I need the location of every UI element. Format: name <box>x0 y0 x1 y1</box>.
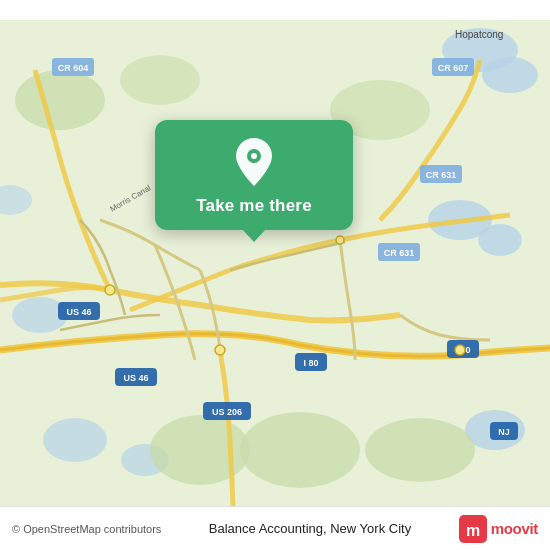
svg-point-7 <box>43 418 107 462</box>
svg-text:CR 607: CR 607 <box>438 63 469 73</box>
copyright-text: © OpenStreetMap contributors <box>12 523 161 535</box>
bottom-bar: © OpenStreetMap contributors Balance Acc… <box>0 506 550 550</box>
map-container: CR 604 CR 607 CR 631 CR 631 US 46 US 46 … <box>0 0 550 550</box>
svg-point-14 <box>120 55 200 105</box>
svg-point-10 <box>150 415 250 485</box>
svg-text:US 46: US 46 <box>123 373 148 383</box>
svg-text:I 80: I 80 <box>303 358 318 368</box>
svg-text:m: m <box>466 522 480 539</box>
svg-point-39 <box>215 345 225 355</box>
svg-text:CR 604: CR 604 <box>58 63 89 73</box>
svg-point-43 <box>251 153 257 159</box>
location-pin-icon <box>230 138 278 186</box>
svg-text:US 206: US 206 <box>212 407 242 417</box>
map-svg: CR 604 CR 607 CR 631 CR 631 US 46 US 46 … <box>0 0 550 550</box>
svg-point-2 <box>482 57 538 93</box>
moovit-text: moovit <box>491 520 538 537</box>
svg-point-11 <box>240 412 360 488</box>
callout-card[interactable]: Take me there <box>155 120 353 230</box>
location-name: Balance Accounting, New York City <box>161 521 458 536</box>
svg-point-13 <box>15 70 105 130</box>
svg-point-41 <box>336 236 344 244</box>
svg-point-38 <box>105 285 115 295</box>
callout-label: Take me there <box>196 196 312 216</box>
svg-point-40 <box>455 345 465 355</box>
svg-text:CR 631: CR 631 <box>426 170 457 180</box>
svg-point-4 <box>478 224 522 256</box>
svg-point-12 <box>365 418 475 482</box>
svg-text:Hopatcong: Hopatcong <box>455 29 503 40</box>
svg-text:CR 631: CR 631 <box>384 248 415 258</box>
moovit-logo-icon: m <box>459 515 487 543</box>
moovit-logo: m moovit <box>459 515 538 543</box>
svg-text:NJ: NJ <box>498 427 510 437</box>
svg-text:US 46: US 46 <box>66 307 91 317</box>
